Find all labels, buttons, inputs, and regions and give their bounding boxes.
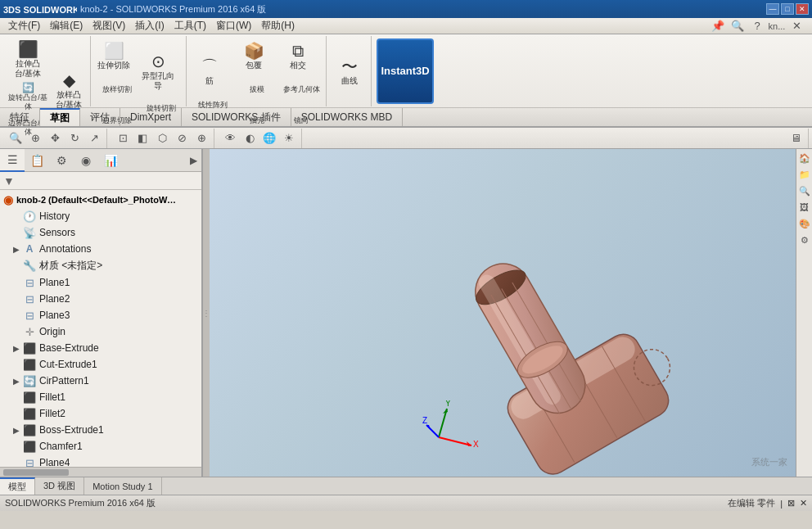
- cmd-std-views-icon[interactable]: ◧: [133, 130, 151, 147]
- boss-extrude1-icon: ⬛: [23, 423, 36, 436]
- cmd-select-icon[interactable]: ↗: [85, 130, 103, 147]
- cmd-shade-icon[interactable]: ◐: [241, 130, 259, 147]
- tree-scrollbar[interactable]: [0, 467, 201, 477]
- panel-tab-feature-manager[interactable]: ☰: [0, 149, 25, 172]
- status-right: 在编辑 零件 | ⊠ ✕: [728, 497, 807, 509]
- menu-edit[interactable]: 编辑(E): [45, 17, 88, 34]
- tree-item-plane1[interactable]: ⊟ Plane1: [0, 274, 201, 291]
- rp-image-icon[interactable]: 🖼: [797, 200, 812, 215]
- draft-button[interactable]: 拔模: [236, 75, 278, 105]
- tab-3dview[interactable]: 3D 视图: [35, 477, 84, 495]
- tree-item-boss-extrude1[interactable]: ▶ ⬛ Boss-Extrude1: [0, 422, 201, 438]
- minimize-button[interactable]: —: [766, 3, 779, 15]
- tab-motion-study[interactable]: Motion Study 1: [84, 477, 161, 495]
- tree-item-sensors[interactable]: 📡 Sensors: [0, 224, 201, 241]
- loft-boss-icon: ◆: [63, 70, 75, 90]
- menu-window[interactable]: 窗口(W): [211, 17, 256, 34]
- annotations-label: Annotations: [39, 243, 91, 255]
- rp-settings-icon[interactable]: ⚙: [797, 233, 812, 247]
- tree-item-fillet1[interactable]: ⬛ Fillet1: [0, 389, 201, 405]
- ref-geom-button[interactable]: 参考几何体: [280, 75, 323, 105]
- tab-sketch[interactable]: 草图: [40, 108, 80, 126]
- boss-extrude-button[interactable]: ⬛ 拉伸凸台/基体: [10, 38, 46, 80]
- close-button[interactable]: ✕: [796, 3, 809, 15]
- tree-item-plane4[interactable]: ⊟ Plane4: [0, 454, 201, 467]
- cmd-hide-icon[interactable]: 👁: [221, 130, 239, 147]
- tree-item-chamfer1[interactable]: ⬛ Chamfer1: [0, 438, 201, 454]
- tree-item-origin[interactable]: ✛ Origin: [0, 323, 201, 340]
- plane2-icon: ⊟: [23, 292, 36, 305]
- instant3d-button[interactable]: Instant3D: [377, 38, 434, 104]
- tree-item-plane3[interactable]: ⊟ Plane3: [0, 307, 201, 323]
- tab-solidworks-mbd[interactable]: SOLIDWORKS MBD: [291, 108, 403, 126]
- svg-text:Y: Y: [445, 400, 451, 408]
- tree-item-annotations[interactable]: ▶ A Annotations: [0, 241, 201, 257]
- plane4-label: Plane4: [39, 457, 70, 467]
- boss-extrude-icon: ⬛: [18, 39, 38, 59]
- wrap-button[interactable]: 📦 包覆: [236, 38, 272, 74]
- cmd-light-icon[interactable]: ☀: [280, 130, 298, 147]
- menu-help[interactable]: 帮助(H): [256, 17, 300, 34]
- toolbar-pin-icon[interactable]: 📌: [709, 18, 727, 34]
- viewport[interactable]: X Y Z 系统一家: [210, 149, 796, 477]
- hole-wizard-button[interactable]: ⊙ 异型孔向导: [140, 50, 176, 93]
- cmd-fit-icon[interactable]: ⊡: [114, 130, 132, 147]
- curve-button[interactable]: 〜 曲线: [332, 53, 368, 89]
- revolve-boss-button[interactable]: 🔄 旋转凸台/基体: [7, 82, 49, 111]
- maximize-button[interactable]: □: [781, 3, 794, 15]
- tree-item-cut-extrude1[interactable]: ⬛ Cut-Extrude1: [0, 356, 201, 373]
- menu-file[interactable]: 文件(F): [3, 17, 45, 34]
- intersect-button[interactable]: ⧉ 相交: [280, 38, 316, 74]
- fillet-button[interactable]: ⌒ 筋: [192, 53, 228, 89]
- tab-evaluate[interactable]: 评估: [80, 108, 120, 126]
- panel-tab-custom-properties[interactable]: 📊: [98, 149, 123, 172]
- rp-palette-icon[interactable]: 🎨: [797, 216, 812, 231]
- tree-item-plane2[interactable]: ⊟ Plane2: [0, 291, 201, 307]
- cmd-pan-icon[interactable]: ✥: [46, 130, 64, 147]
- extrude-cut-button[interactable]: ⬜ 拉伸切除: [96, 38, 132, 74]
- menu-tools[interactable]: 工具(T): [169, 17, 211, 34]
- tab-feature[interactable]: 特征: [0, 108, 40, 126]
- panel-tab-configuration[interactable]: ⚙: [49, 149, 74, 172]
- menu-view[interactable]: 视图(V): [88, 17, 130, 34]
- material-icon: 🔧: [23, 260, 36, 273]
- cmd-dynamic-icon[interactable]: ⊕: [192, 130, 210, 147]
- tree-root-item[interactable]: ◉ knob-2 (Default<<Default>_PhotoWork: [0, 192, 201, 208]
- instant3d-label: Instant3D: [381, 65, 429, 77]
- status-separator: |: [780, 499, 783, 509]
- rp-folder-icon[interactable]: 📁: [797, 167, 812, 182]
- tree-item-base-extrude[interactable]: ▶ ⬛ Base-Extrude: [0, 340, 201, 356]
- toolbar-group-boss: ⬛ 拉伸凸台/基体 🔄 旋转凸台/基体 边界凸台/基体 ◆ 放样凸台/基体: [3, 36, 91, 106]
- cmd-zoom-icon[interactable]: ⊕: [26, 130, 44, 147]
- tree-item-material[interactable]: 🔧 材质 <未指定>: [0, 257, 201, 274]
- tab-model[interactable]: 模型: [0, 477, 35, 495]
- tree-item-fillet2[interactable]: ⬛ Fillet2: [0, 405, 201, 422]
- tree-item-history[interactable]: 🕐 History: [0, 208, 201, 224]
- panel-tab-property-manager[interactable]: 📋: [25, 149, 49, 172]
- cmd-search-icon[interactable]: 🔍: [7, 130, 25, 147]
- cmd-display-icon[interactable]: 🖥: [787, 130, 805, 147]
- main-toolbar: ⬛ 拉伸凸台/基体 🔄 旋转凸台/基体 边界凸台/基体 ◆ 放样凸台/基体: [0, 34, 812, 108]
- tab-solidworks-plugin[interactable]: SOLIDWORKS 插件: [182, 108, 291, 126]
- panel-tab-appearance[interactable]: ◉: [74, 149, 98, 172]
- toolbar-help-icon[interactable]: ?: [748, 18, 766, 34]
- cmd-section-view-icon[interactable]: ⊘: [173, 130, 191, 147]
- panel-tab-more[interactable]: ▶: [185, 149, 201, 171]
- panel-resize-handle[interactable]: [203, 149, 210, 477]
- rp-home-icon[interactable]: 🏠: [797, 151, 812, 165]
- cmd-rotate-icon[interactable]: ↻: [65, 130, 83, 147]
- cmd-render-icon[interactable]: 🌐: [260, 130, 278, 147]
- revolve-boss-icon: 🔄: [22, 82, 34, 93]
- rp-search-icon[interactable]: 🔍: [797, 183, 812, 198]
- tab-dimxpert[interactable]: DimXpert: [120, 108, 182, 126]
- menu-insert[interactable]: 插入(I): [130, 17, 169, 34]
- tree-item-cirpattern1[interactable]: ▶ 🔄 CirPattern1: [0, 373, 201, 389]
- cmd-3dview-icon[interactable]: ⬡: [153, 130, 171, 147]
- toolbar-group-pattern: ⌒ 筋 线性阵列 📦 包覆 拔模 抽壳: [188, 36, 327, 106]
- status-icon2: ✕: [800, 498, 807, 509]
- revolve-cut-button[interactable]: 放样切割: [96, 75, 138, 105]
- toolbar-group-curves: 〜 曲线: [328, 36, 372, 106]
- loft-boss-button[interactable]: ◆ 放样凸台/基体: [51, 69, 87, 111]
- toolbar-close-icon[interactable]: ✕: [787, 18, 805, 34]
- toolbar-search-icon[interactable]: 🔍: [729, 18, 747, 34]
